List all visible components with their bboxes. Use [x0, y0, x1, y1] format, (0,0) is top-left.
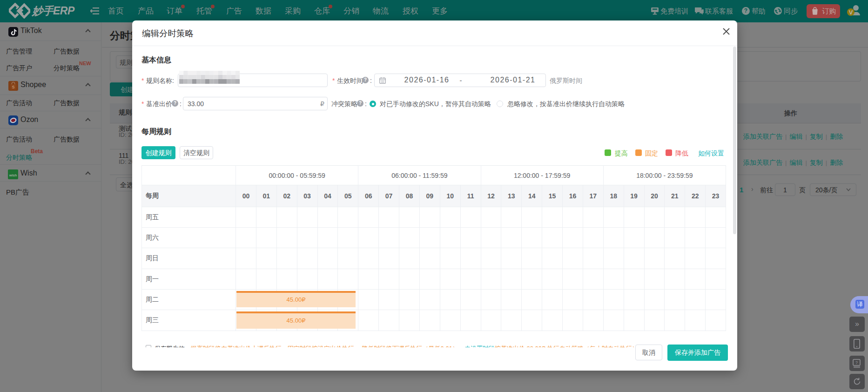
svg-text:wish: wish — [9, 173, 17, 177]
svg-text:V: V — [849, 9, 853, 16]
svg-text:S: S — [12, 85, 14, 89]
svg-text:?: ? — [855, 360, 858, 365]
